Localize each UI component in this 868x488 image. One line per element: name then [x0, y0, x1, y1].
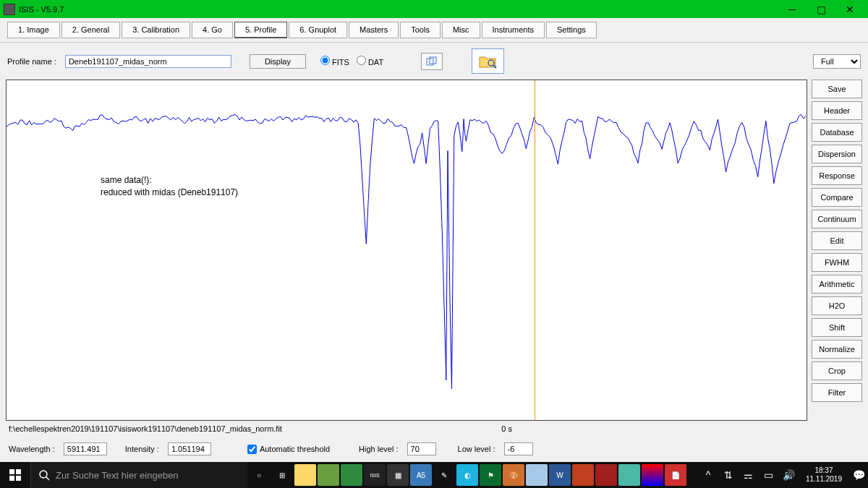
minimize-button[interactable]: ─	[778, 0, 807, 18]
tab-1-image[interactable]: 1. Image	[7, 22, 60, 38]
header-button[interactable]: Header	[812, 101, 862, 120]
normalize-button[interactable]: Normalize	[812, 340, 862, 359]
profile-name-label: Profile name :	[7, 57, 56, 66]
tab-masters[interactable]: Masters	[349, 22, 399, 38]
dropbox-icon[interactable]: ⇅	[719, 466, 738, 484]
auto-threshold-checkbox[interactable]: Automatic threshold	[247, 445, 330, 454]
readout-bar: Wavelength : Intensity : Automatic thres…	[0, 437, 868, 461]
tab-bar: 1. Image2. General3. Calibration4. Go5. …	[0, 18, 868, 43]
tab-misc[interactable]: Misc	[442, 22, 480, 38]
fits-radio[interactable]: FITS	[320, 56, 349, 67]
app-icon-11[interactable]	[642, 464, 663, 486]
response-button[interactable]: Response	[812, 166, 862, 185]
start-button[interactable]	[0, 462, 30, 488]
explorer-icon[interactable]	[294, 464, 316, 486]
word-icon[interactable]: W	[549, 464, 571, 486]
app-icon-6[interactable]: ⚑	[480, 464, 501, 486]
dat-radio[interactable]: DAT	[357, 56, 383, 67]
tab-5-profile[interactable]: 5. Profile	[234, 22, 287, 38]
tab-settings[interactable]: Settings	[546, 22, 597, 38]
shift-button[interactable]: Shift	[812, 318, 862, 337]
app-icon-3[interactable]: A5	[410, 464, 432, 486]
wavelength-label: Wavelength :	[9, 445, 55, 453]
dispersion-button[interactable]: Dispersion	[812, 145, 862, 163]
status-row: f:\echellespektren2019\191107\isiswork19…	[0, 421, 868, 437]
pdf-icon[interactable]: 📄	[665, 464, 686, 486]
continuum-button[interactable]: Continuum	[812, 210, 862, 228]
notifications-icon[interactable]: 💬	[849, 466, 868, 484]
copy-icon-button[interactable]	[421, 53, 443, 70]
high-level-label: High level :	[359, 445, 398, 453]
plot-annotation: same data(!): reduced with midas (Deneb1…	[101, 174, 238, 199]
folder-search-icon	[478, 53, 498, 70]
crop-button[interactable]: Crop	[812, 361, 862, 380]
copy-icon	[426, 56, 438, 67]
browse-folder-button[interactable]	[472, 48, 504, 74]
profile-name-input[interactable]	[65, 55, 231, 68]
app-icon-2[interactable]	[341, 464, 362, 486]
svg-rect-7	[16, 476, 21, 481]
tab-instruments[interactable]: Instruments	[482, 22, 545, 38]
arithmetic-button[interactable]: Arithmetic	[812, 275, 862, 294]
close-button[interactable]: ✕	[835, 0, 864, 18]
svg-rect-6	[9, 476, 14, 481]
intensity-label: Intensity :	[125, 445, 159, 453]
calc-icon[interactable]: ▦	[387, 464, 409, 486]
battery-icon[interactable]: ▭	[760, 466, 778, 484]
spectrum-plot[interactable]: same data(!): reduced with midas (Deneb1…	[6, 80, 807, 421]
compare-button[interactable]: Compare	[812, 188, 862, 207]
app-icon-7[interactable]	[526, 464, 548, 486]
app-icon-5[interactable]: ◐	[456, 464, 478, 486]
display-button[interactable]: Display	[250, 54, 306, 69]
svg-rect-5	[16, 469, 21, 474]
database-button[interactable]: Database	[812, 123, 862, 142]
elapsed-time-label: 0 s	[501, 424, 512, 433]
tab-3-calibration[interactable]: 3. Calibration	[122, 22, 190, 38]
fwhm-button[interactable]: FWHM	[812, 253, 862, 272]
tool-sidebar: SaveHeaderDatabaseDispersionResponseComp…	[812, 80, 862, 421]
edit-button[interactable]: Edit	[812, 231, 862, 250]
taskbar-clock[interactable]: 18:37 11.11.2019	[800, 466, 848, 484]
app-icon-1[interactable]	[318, 464, 339, 486]
window-title: ISIS - V5.9.7	[19, 5, 778, 14]
h2o-button[interactable]: H2O	[812, 296, 862, 315]
app-icon-4[interactable]: ✎	[433, 464, 455, 486]
svg-line-9	[46, 477, 49, 480]
app-icon-10[interactable]	[618, 464, 640, 486]
cursor-line	[535, 80, 535, 420]
isis-app-icon[interactable]: ISIS	[364, 464, 386, 486]
paint-icon[interactable]: 🎨	[503, 464, 524, 486]
intensity-input[interactable]	[168, 442, 211, 455]
filter-button[interactable]: Filter	[812, 383, 862, 402]
windows-taskbar: Zur Suche Text hier eingeben ○ ⊞ ISIS ▦ …	[0, 462, 868, 488]
filepath-label: f:\echellespektren2019\191107\isiswork19…	[9, 424, 282, 433]
tab-tools[interactable]: Tools	[400, 22, 441, 38]
windows-icon	[9, 469, 21, 481]
app-icon-9[interactable]	[595, 464, 617, 486]
system-tray: ^ ⇅ ⚎ ▭ 🔊 18:37 11.11.2019 💬	[699, 462, 868, 488]
tab-6-gnuplot[interactable]: 6. Gnuplot	[289, 22, 347, 38]
profile-toolbar: Profile name : Display FITS DAT Full	[0, 43, 868, 80]
tab-4-go[interactable]: 4. Go	[192, 22, 233, 38]
low-level-label: Low level :	[458, 445, 495, 453]
save-button[interactable]: Save	[812, 80, 862, 98]
app-icon	[4, 4, 15, 15]
maximize-button[interactable]: ▢	[807, 0, 835, 18]
high-level-input[interactable]	[407, 442, 436, 455]
app-icon-8[interactable]	[572, 464, 594, 486]
low-level-input[interactable]	[504, 442, 533, 455]
taskview-icon[interactable]: ⊞	[271, 464, 293, 486]
tray-chevron-icon[interactable]: ^	[699, 466, 718, 484]
svg-point-8	[40, 471, 47, 478]
wavelength-input[interactable]	[64, 442, 107, 455]
titlebar: ISIS - V5.9.7 ─ ▢ ✕	[0, 0, 868, 18]
volume-icon[interactable]: 🔊	[780, 466, 799, 484]
cortana-icon[interactable]: ○	[248, 464, 270, 486]
search-icon	[38, 469, 50, 481]
wifi-icon[interactable]: ⚎	[739, 466, 758, 484]
view-mode-select[interactable]: Full	[813, 54, 861, 69]
taskbar-search[interactable]: Zur Suche Text hier eingeben	[30, 462, 247, 488]
svg-rect-4	[9, 469, 14, 474]
tab-2-general[interactable]: 2. General	[61, 22, 120, 38]
